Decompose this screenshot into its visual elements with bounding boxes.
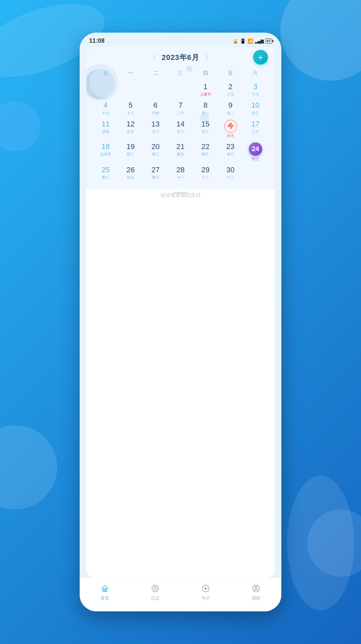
nav-item-quote[interactable]: 句子 xyxy=(200,583,211,601)
day-lunar-text: 端午 xyxy=(202,152,209,157)
bottom-navigation: 首页 日志 句子 xyxy=(80,578,281,611)
calendar-day[interactable]: 0x xyxy=(243,164,268,182)
calendar-day[interactable]: 18 父亲节 xyxy=(93,140,118,164)
prev-month-button[interactable]: 〈 xyxy=(144,52,162,63)
calendar-day[interactable]: 12 廿五 xyxy=(118,118,143,140)
next-month-button[interactable]: 〉 xyxy=(199,52,217,63)
calendar-day[interactable]: 6 芒种 xyxy=(143,99,168,117)
calendar-day[interactable]: 20 初三 xyxy=(143,140,168,164)
drag-handle[interactable] xyxy=(174,192,187,193)
calendar-day[interactable]: 0x xyxy=(93,80,118,99)
bg-decoration-3 xyxy=(0,425,57,509)
calendar-day[interactable]: 0x xyxy=(168,80,193,99)
calendar-day[interactable]: 19 初二 xyxy=(118,140,143,164)
weekday-mon: 一 xyxy=(118,69,143,78)
bg-decoration-4 xyxy=(0,101,40,151)
calendar-day[interactable]: 24 初七 xyxy=(243,140,268,164)
nav-label-quote: 句子 xyxy=(201,595,210,601)
calendar-card: 〈 2023年6月 〉 + 日 一 二 三 四 五 六 0x0x0x0x 1 儿… xyxy=(86,47,275,189)
day-number: 27 xyxy=(151,166,159,174)
calendar-day[interactable]: 17 三十 xyxy=(243,118,268,140)
day-lunar-text: 廿六 xyxy=(152,129,159,134)
calendar-day[interactable]: 8 廿一 xyxy=(193,99,218,117)
vibrate-icon: 📳 xyxy=(240,38,246,44)
day-number: 7 xyxy=(178,101,183,110)
add-event-button[interactable]: + xyxy=(253,50,268,65)
calendar-day[interactable]: 15 廿八 xyxy=(193,118,218,140)
calendar-day[interactable]: 11 廿四 xyxy=(93,118,118,140)
nav-item-home[interactable]: 首页 xyxy=(99,583,110,601)
day-number: 4 xyxy=(104,101,108,110)
calendar-day[interactable]: 10 廿三 xyxy=(243,99,268,117)
day-lunar-text: 十七 xyxy=(102,111,109,116)
calendar-day[interactable]: 2 十五 xyxy=(218,80,243,99)
day-number: 6 xyxy=(154,101,158,110)
day-lunar-text: 初六 xyxy=(227,152,234,157)
day-lunar-text: 三十 xyxy=(252,129,259,134)
status-time: 11:08 xyxy=(89,37,105,44)
today-num: 今 xyxy=(224,120,237,133)
weekday-tue: 二 xyxy=(143,69,168,78)
calendar-day[interactable]: 30 十三 xyxy=(218,164,243,182)
day-lunar-text: 初八 xyxy=(102,175,109,180)
day-number: 17 xyxy=(251,120,259,129)
day-lunar-text: 廿四 xyxy=(102,129,109,134)
day-lunar-text: 初十 xyxy=(152,175,159,180)
day-number: 14 xyxy=(176,120,185,129)
day-lunar-text: 夏至 xyxy=(177,152,184,157)
lock-icon: 🔒 xyxy=(233,38,238,44)
bg-oval-2 xyxy=(287,476,354,610)
weekday-sat: 六 xyxy=(243,69,268,78)
calendar-day[interactable]: 3 十六 xyxy=(243,80,268,99)
calendar-day[interactable]: 21 夏至 xyxy=(168,140,193,164)
calendar-day[interactable]: 22 端午 xyxy=(193,140,218,164)
nav-item-diary[interactable]: 日志 xyxy=(150,583,161,601)
calendar-day[interactable]: 今 廿九 xyxy=(218,118,243,140)
today-lunar: 廿九 xyxy=(227,133,234,138)
nav-item-profile[interactable]: 我的 xyxy=(251,583,262,601)
calendar-day[interactable]: 28 十一 xyxy=(168,164,193,182)
svg-point-7 xyxy=(255,586,257,588)
weekdays-header: 日 一 二 三 四 五 六 xyxy=(93,69,268,78)
calendar-day[interactable]: 26 初九 xyxy=(118,164,143,182)
calendar-day[interactable]: 14 廿七 xyxy=(168,118,193,140)
day-number: 21 xyxy=(176,142,185,151)
calendar-day[interactable]: 29 十二 xyxy=(193,164,218,182)
day-lunar-text: 廿五 xyxy=(127,129,134,134)
day-lunar-text: 十六 xyxy=(252,92,259,97)
calendar-day[interactable]: 25 初八 xyxy=(93,164,118,182)
calendar-day[interactable]: 0x xyxy=(118,80,143,99)
day-number: 3 xyxy=(253,82,257,91)
status-icons: 🔒 📳 📶 ▂▄▆ 97 xyxy=(233,38,272,44)
svg-point-5 xyxy=(205,588,206,589)
calendar-day[interactable]: 5 十八 xyxy=(118,99,143,117)
calendar-day[interactable]: 4 十七 xyxy=(93,99,118,117)
nav-label-home: 首页 xyxy=(101,595,109,601)
calendar-day[interactable]: 27 初十 xyxy=(143,164,168,182)
quote-icon xyxy=(200,583,211,594)
day-lunar-text: 儿童节 xyxy=(200,92,211,97)
day-number: 25 xyxy=(102,166,110,174)
day-lunar-text: 十八 xyxy=(127,111,134,116)
bg-decoration-1 xyxy=(280,0,361,81)
day-number: 26 xyxy=(126,166,134,174)
calendar-day[interactable]: 0x xyxy=(143,80,168,99)
day-lunar-text: 初二 xyxy=(127,152,134,157)
day-lunar-text: 廿三 xyxy=(252,111,259,116)
day-number: 11 xyxy=(102,120,110,129)
home-icon xyxy=(99,583,110,594)
calendar-day[interactable]: 23 初六 xyxy=(218,140,243,164)
calendar-day[interactable]: 9 廿二 xyxy=(218,99,243,117)
month-title: 2023年6月 xyxy=(162,52,199,63)
day-number: 5 xyxy=(128,101,132,110)
calendar-day[interactable]: 7 二十 xyxy=(168,99,193,117)
calendar-day[interactable]: 13 廿六 xyxy=(143,118,168,140)
day-number: 13 xyxy=(151,120,159,129)
wifi-icon: 📶 xyxy=(247,38,253,44)
day-lunar-text: 初九 xyxy=(127,175,134,180)
day-number: 8 xyxy=(203,101,207,110)
day-lunar-text: 十二 xyxy=(202,175,209,180)
day-number: 1 xyxy=(203,82,207,91)
calendar-day[interactable]: 1 儿童节 xyxy=(193,80,218,99)
day-number: 2 xyxy=(228,82,232,91)
